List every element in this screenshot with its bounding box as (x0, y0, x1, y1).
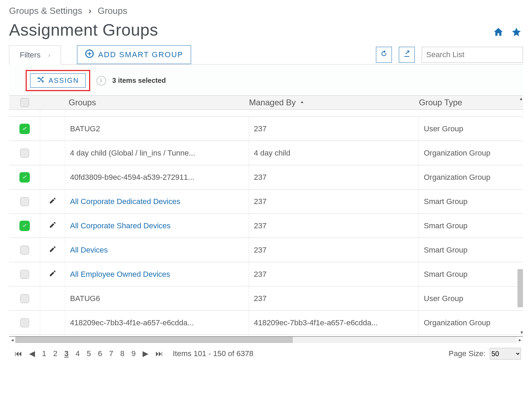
export-icon (403, 50, 411, 60)
favorite-star-icon[interactable] (511, 27, 522, 39)
breadcrumb-root[interactable]: Groups & Settings (9, 6, 82, 16)
scroll-down-icon[interactable]: ▾ (521, 329, 523, 335)
refresh-icon (380, 50, 388, 60)
select-all-checkbox[interactable] (20, 98, 29, 107)
group-type-cell: Smart Group (419, 262, 523, 286)
managed-by-cell: 237 (249, 262, 419, 286)
row-checkbox[interactable] (19, 124, 30, 134)
info-icon[interactable]: i (96, 76, 106, 86)
managed-by-cell: 418209ec-7bb3-4f1e-a657-e6cdda... (249, 311, 419, 335)
scroll-right-icon[interactable]: ▸ (517, 337, 523, 343)
group-type-cell: Organization Group (419, 311, 523, 335)
table-row[interactable]: BATUG2237User Group (9, 117, 523, 141)
pencil-icon[interactable] (49, 270, 57, 279)
row-checkbox[interactable] (20, 318, 29, 327)
page-size-select[interactable]: 50 (490, 348, 521, 360)
toolbar: Filters › ADD SMART GROUP (9, 45, 523, 64)
selection-count: 3 items selected (112, 77, 166, 85)
page-number[interactable]: 7 (106, 349, 117, 358)
page-number[interactable]: 5 (83, 349, 94, 358)
assign-label: ASSIGN (49, 77, 79, 85)
row-checkbox[interactable] (20, 149, 29, 158)
page-next-button[interactable]: ▶ (139, 349, 152, 358)
table-row[interactable]: All Employee Owned Devices237Smart Group (9, 262, 523, 286)
page-number[interactable]: 1 (38, 349, 50, 358)
table-row[interactable]: 4 day child (Global / lin_ins / Tunne...… (9, 141, 523, 165)
group-type-cell: Smart Group (419, 189, 523, 213)
horizontal-scrollbar-thumb[interactable] (15, 337, 293, 343)
filters-button[interactable]: Filters › (9, 45, 61, 64)
shuffle-icon (37, 76, 44, 85)
managed-by-cell: 4 day child (249, 141, 419, 165)
group-type-cell: User Group (419, 117, 523, 141)
group-type-cell: Smart Group (419, 214, 523, 238)
plus-circle-icon (85, 49, 94, 60)
svg-rect-2 (87, 53, 92, 54)
vertical-scrollbar-thumb[interactable] (517, 269, 523, 307)
refresh-button[interactable] (376, 47, 392, 63)
scroll-up-icon[interactable]: ▴ (520, 96, 522, 101)
group-name: 418209ec-7bb3-4f1e-a657-e6cdda... (70, 318, 194, 327)
column-groups[interactable]: Groups (65, 98, 249, 107)
table-body: ▾ BATUG2237User Group4 day child (Global… (9, 110, 523, 335)
table-row[interactable]: All Corporate Shared Devices237Smart Gro… (9, 214, 523, 238)
table-row[interactable]: All Corporate Dedicated Devices237Smart … (9, 189, 523, 214)
page-title: Assignment Groups (9, 20, 158, 39)
group-type-cell: Smart Group (419, 238, 523, 262)
page-number[interactable]: 2 (50, 349, 61, 358)
row-checkbox[interactable] (20, 294, 29, 303)
assign-highlight: ASSIGN (26, 70, 90, 91)
page-number[interactable]: 8 (117, 349, 128, 358)
breadcrumb-current[interactable]: Groups (98, 6, 127, 16)
add-smart-group-button[interactable]: ADD SMART GROUP (77, 45, 191, 64)
row-checkbox[interactable] (20, 197, 29, 206)
managed-by-cell: 237 (249, 286, 419, 310)
row-checkbox[interactable] (19, 172, 30, 183)
assign-button[interactable]: ASSIGN (30, 73, 86, 88)
page-last-button[interactable]: ⏭ (152, 349, 166, 358)
scroll-left-icon[interactable]: ◂ (9, 337, 15, 343)
row-checkbox[interactable] (19, 221, 30, 231)
page-number[interactable]: 3 (61, 349, 72, 358)
row-checkbox[interactable] (20, 246, 29, 255)
row-checkbox[interactable] (20, 270, 29, 279)
pencil-icon[interactable] (49, 221, 57, 231)
breadcrumb: Groups & Settings › Groups (9, 3, 523, 16)
page-size-label: Page Size: (449, 349, 486, 358)
table-row[interactable]: 40fd3809-b9ec-4594-a539-272911...237Orga… (9, 165, 523, 189)
group-type-cell: Organization Group (419, 141, 523, 165)
group-link[interactable]: All Devices (70, 246, 108, 255)
page-number[interactable]: 9 (128, 349, 139, 358)
table-row[interactable]: 418209ec-7bb3-4f1e-a657-e6cdda...418209e… (9, 311, 523, 335)
page-number[interactable]: 4 (72, 349, 83, 358)
pencil-icon[interactable] (49, 197, 57, 206)
page-prev-button[interactable]: ◀ (26, 349, 38, 358)
page-first-button[interactable]: ⏮ (11, 349, 26, 358)
selection-bar: ASSIGN i 3 items selected (9, 64, 523, 95)
pencil-icon[interactable] (49, 245, 57, 255)
table-row[interactable]: All Devices237Smart Group (9, 238, 523, 262)
managed-by-cell: 237 (249, 189, 419, 213)
managed-by-cell: 237 (249, 117, 419, 141)
group-type-cell: User Group (419, 286, 523, 310)
column-managed-by[interactable]: Managed By (249, 98, 419, 107)
horizontal-scrollbar-track[interactable] (15, 337, 517, 343)
column-group-type[interactable]: Group Type (419, 98, 523, 107)
table-header: Groups Managed By Group Type ▴ (9, 95, 523, 110)
table-row[interactable]: BATUG6237User Group (9, 286, 523, 311)
export-button[interactable] (399, 47, 415, 63)
search-input[interactable] (422, 47, 523, 63)
group-link[interactable]: All Corporate Shared Devices (70, 221, 171, 230)
group-link[interactable]: All Corporate Dedicated Devices (70, 197, 180, 206)
managed-by-cell: 237 (249, 165, 419, 189)
horizontal-scrollbar: ◂ ▸ (9, 336, 523, 343)
add-smart-group-label: ADD SMART GROUP (98, 50, 183, 59)
home-icon[interactable] (493, 27, 504, 39)
page-number[interactable]: 6 (94, 349, 105, 358)
group-type-cell: Organization Group (419, 165, 523, 189)
group-name: BATUG6 (70, 294, 100, 303)
group-name: 4 day child (Global / lin_ins / Tunne... (70, 149, 195, 158)
group-name: BATUG2 (70, 124, 100, 133)
group-name: 40fd3809-b9ec-4594-a539-272911... (70, 173, 194, 182)
group-link[interactable]: All Employee Owned Devices (70, 270, 170, 279)
